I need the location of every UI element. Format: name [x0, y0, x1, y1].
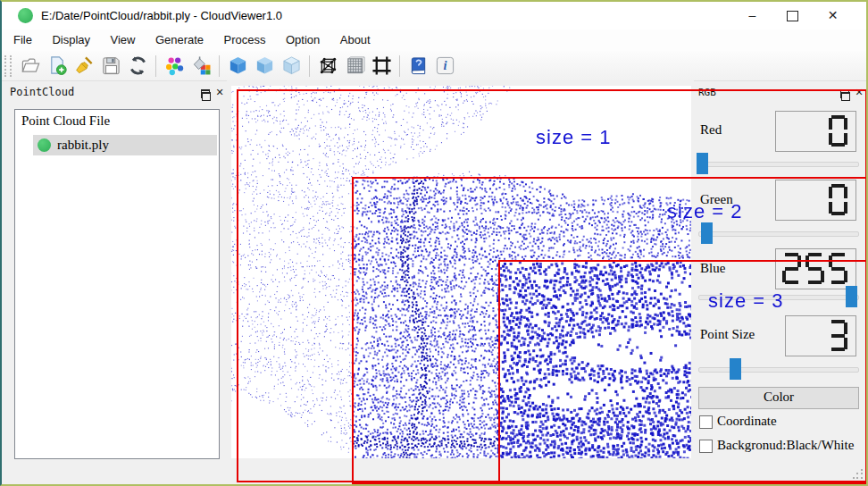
blue-label: Blue — [700, 261, 725, 276]
red-value-display — [775, 111, 856, 152]
app-icon — [18, 8, 33, 23]
point-color-icon[interactable] — [163, 54, 186, 78]
point-cloud-file-list[interactable] — [14, 109, 220, 459]
coordinate-checkbox[interactable] — [699, 415, 713, 429]
green-value-display — [775, 180, 856, 221]
cube-shaded-icon[interactable] — [253, 54, 276, 78]
menu-option[interactable]: Option — [278, 29, 328, 46]
right-dock-float-button[interactable] — [838, 86, 850, 98]
cloudviewer-window: E:/Date/PointCloud/rabbit.ply - CloudVie… — [0, 0, 868, 486]
close-button[interactable]: ✕ — [819, 2, 847, 29]
toolbar-separator — [309, 55, 310, 77]
list-header: Point Cloud File — [21, 113, 110, 129]
green-label: Green — [700, 192, 733, 207]
blue-slider-handle[interactable] — [846, 286, 857, 307]
color-button[interactable]: Color — [698, 387, 859, 409]
left-dock-title: PointCloud — [10, 86, 74, 98]
mesh-cube-icon[interactable] — [343, 54, 366, 78]
green-slider[interactable] — [698, 231, 859, 237]
blue-slider[interactable] — [698, 295, 859, 300]
point-size-value-display — [785, 315, 856, 356]
green-slider-handle[interactable] — [701, 222, 713, 244]
maximize-button[interactable] — [779, 2, 806, 29]
list-item-label: rabbit.ply — [57, 138, 109, 153]
svg-text:i: i — [443, 58, 447, 72]
clean-icon[interactable] — [72, 54, 96, 78]
help-book-icon[interactable] — [406, 54, 430, 78]
float-icon — [201, 89, 210, 98]
toolbar: i — [2, 51, 866, 81]
point-cloud-viewport[interactable] — [231, 86, 691, 458]
refresh-icon[interactable] — [126, 54, 149, 78]
menu-about[interactable]: About — [332, 29, 379, 46]
menu-generate[interactable]: Generate — [147, 29, 212, 46]
annotation-label-3: size = 3 — [708, 289, 783, 313]
background-checkbox[interactable] — [699, 440, 713, 453]
point-size-slider[interactable] — [698, 367, 859, 373]
save-icon[interactable] — [99, 54, 122, 78]
window-title: E:/Date/PointCloud/rabbit.ply - CloudVie… — [41, 9, 282, 22]
red-slider[interactable] — [698, 162, 859, 167]
minimize-button[interactable]: – — [739, 2, 766, 29]
frame-icon[interactable] — [370, 54, 393, 78]
fill-color-icon[interactable] — [189, 54, 213, 78]
wireframe-cube-icon[interactable] — [316, 54, 339, 78]
red-slider-handle[interactable] — [697, 153, 708, 174]
cube-light-icon[interactable] — [280, 54, 303, 78]
right-dock-close-button[interactable]: ✕ — [853, 87, 865, 99]
open-file-icon[interactable] — [19, 54, 42, 78]
point-cloud-icon — [38, 138, 51, 152]
toolbar-grip[interactable] — [4, 55, 12, 77]
toolbar-separator — [219, 55, 220, 77]
point-size-label: Point Size — [700, 327, 755, 342]
info-icon[interactable]: i — [433, 54, 456, 78]
red-label: Red — [700, 122, 722, 138]
menu-process[interactable]: Process — [216, 29, 274, 46]
menu-view[interactable]: View — [102, 29, 143, 46]
right-dock-title: RGB — [698, 87, 716, 98]
cube-solid-icon[interactable] — [226, 54, 249, 78]
menu-display[interactable]: Display — [44, 29, 98, 46]
left-dock-close-button[interactable]: ✕ — [213, 87, 226, 99]
menu-bar: File Display View Generate Process Optio… — [2, 29, 866, 51]
background-checkbox-label: Backgronud:Black/White — [717, 438, 854, 453]
maximize-icon — [787, 11, 798, 21]
new-file-icon[interactable] — [46, 54, 69, 78]
coordinate-checkbox-label: Coordinate — [717, 414, 777, 429]
blue-value-display — [775, 248, 856, 289]
point-size-slider-handle[interactable] — [730, 358, 741, 380]
left-dock-float-button[interactable] — [198, 86, 211, 98]
resize-grip[interactable] — [853, 469, 864, 480]
title-bar[interactable]: E:/Date/PointCloud/rabbit.ply - CloudVie… — [2, 2, 866, 29]
list-item-rabbit[interactable]: rabbit.ply — [33, 135, 217, 155]
menu-file[interactable]: File — [5, 29, 40, 46]
toolbar-separator — [399, 55, 400, 77]
float-icon — [840, 89, 849, 98]
toolbar-separator — [155, 55, 156, 77]
